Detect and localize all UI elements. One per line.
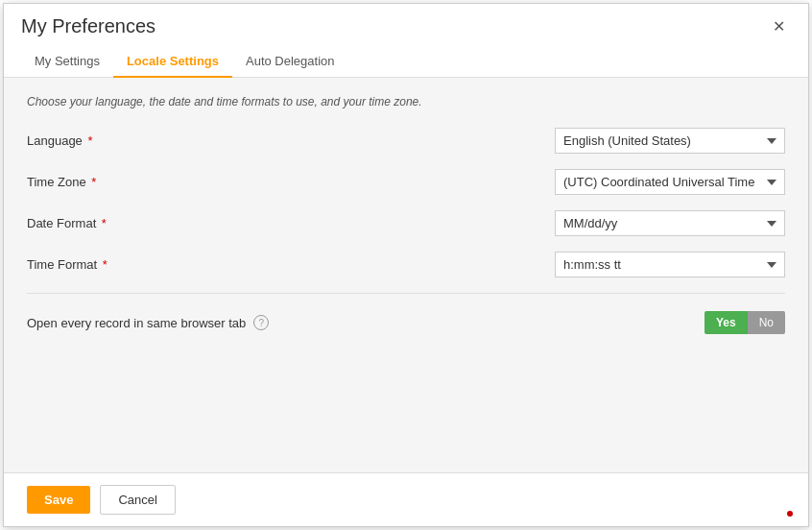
timezone-row: Time Zone * (UTC) Coordinated Universal … bbox=[27, 169, 785, 195]
date-format-label: Date Format * bbox=[27, 216, 219, 230]
tab-auto-delegation[interactable]: Auto Delegation bbox=[232, 46, 348, 78]
toggle-label-text: Open every record in same browser tab ? bbox=[27, 315, 705, 330]
time-format-label: Time Format * bbox=[27, 257, 219, 272]
toggle-no-button[interactable]: No bbox=[748, 311, 785, 334]
cancel-button[interactable]: Cancel bbox=[100, 485, 175, 515]
time-format-select[interactable]: h:mm:ss tt h:mm tt HH:mm:ss HH:mm bbox=[555, 252, 785, 277]
content-area: Choose your language, the date and time … bbox=[4, 78, 808, 472]
modal-title: My Preferences bbox=[21, 15, 155, 37]
language-label: Language * bbox=[27, 133, 219, 148]
description-text: Choose your language, the date and time … bbox=[27, 95, 785, 108]
toggle-yes-button[interactable]: Yes bbox=[705, 311, 748, 334]
timezone-select[interactable]: (UTC) Coordinated Universal Time (UTC-05… bbox=[555, 169, 785, 195]
date-format-required: * bbox=[98, 216, 107, 230]
toggle-row: Open every record in same browser tab ? … bbox=[27, 311, 785, 334]
timezone-label: Time Zone * bbox=[27, 175, 219, 189]
date-format-select[interactable]: MM/dd/yy MM/dd/yyyy dd/MM/yyyy yyyy-MM-d… bbox=[555, 210, 785, 236]
time-format-required: * bbox=[99, 257, 107, 272]
tab-locale-settings[interactable]: Locale Settings bbox=[113, 46, 232, 78]
timezone-control: (UTC) Coordinated Universal Time (UTC-05… bbox=[219, 169, 785, 195]
modal-footer: Save Cancel bbox=[4, 472, 808, 526]
date-format-row: Date Format * MM/dd/yy MM/dd/yyyy dd/MM/… bbox=[27, 210, 785, 236]
time-format-row: Time Format * h:mm:ss tt h:mm tt HH:mm:s… bbox=[27, 252, 785, 277]
language-row: Language * English (United States) Engli… bbox=[27, 128, 785, 154]
date-format-control: MM/dd/yy MM/dd/yyyy dd/MM/yyyy yyyy-MM-d… bbox=[219, 210, 785, 236]
tab-my-settings[interactable]: My Settings bbox=[21, 46, 113, 78]
dot-indicator bbox=[787, 511, 793, 517]
help-icon[interactable]: ? bbox=[253, 315, 269, 330]
divider bbox=[27, 293, 785, 294]
language-required: * bbox=[84, 133, 93, 148]
close-button[interactable]: ✕ bbox=[767, 15, 791, 38]
form-section: Language * English (United States) Engli… bbox=[27, 128, 785, 455]
toggle-switch: Yes No bbox=[705, 311, 785, 334]
timezone-required: * bbox=[88, 175, 97, 189]
time-format-control: h:mm:ss tt h:mm tt HH:mm:ss HH:mm bbox=[219, 252, 785, 277]
language-control: English (United States) English (United … bbox=[219, 128, 785, 154]
tabs-bar: My Settings Locale Settings Auto Delegat… bbox=[4, 38, 808, 78]
modal-header: My Preferences ✕ bbox=[4, 4, 808, 38]
save-button[interactable]: Save bbox=[27, 486, 90, 514]
my-preferences-modal: My Preferences ✕ My Settings Locale Sett… bbox=[3, 3, 809, 527]
language-select[interactable]: English (United States) English (United … bbox=[555, 128, 785, 154]
